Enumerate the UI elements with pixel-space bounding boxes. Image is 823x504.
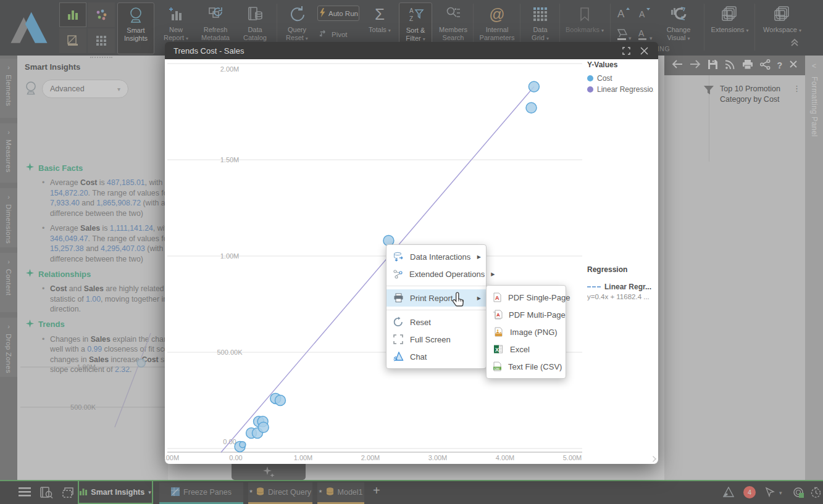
context-menu: Data Interactions ▶ Extended Operations … bbox=[386, 244, 487, 369]
svg-text:2.00M: 2.00M bbox=[220, 65, 240, 73]
legend-item-linear-regression[interactable]: Linear Regressio... bbox=[587, 85, 656, 94]
regression-title: Regression bbox=[587, 265, 656, 274]
legend-dot bbox=[587, 86, 593, 93]
menu-item-print-report[interactable]: Print Report ▶ bbox=[386, 289, 486, 307]
csv-icon: CSV bbox=[493, 361, 502, 371]
submenu-item-pdf-multi-page[interactable]: A PDF Multi-Page bbox=[487, 306, 566, 323]
regression-series-label: Linear Regr... bbox=[604, 283, 653, 291]
menu-item-label: PDF Single-Page bbox=[508, 293, 570, 302]
svg-text:0.00: 0.00 bbox=[229, 454, 242, 461]
submenu-item-pdf-single-page[interactable]: A PDF Single-Page bbox=[487, 289, 566, 306]
resize-grip[interactable] bbox=[650, 456, 656, 462]
submenu-item-text-file-csv[interactable]: CSV Text File (CSV) bbox=[487, 358, 566, 375]
menu-item-label: Text File (CSV) bbox=[508, 362, 562, 371]
submenu-item-image-png[interactable]: Image (PNG) bbox=[487, 323, 566, 341]
svg-text:A: A bbox=[496, 312, 500, 318]
close-icon[interactable] bbox=[640, 47, 648, 55]
svg-text:1.00M: 1.00M bbox=[220, 252, 240, 260]
menu-item-chat[interactable]: Chat bbox=[386, 348, 486, 365]
regression-equation: y=0.4x + 11682.4 ... bbox=[587, 293, 653, 300]
menu-item-label: PDF Multi-Page bbox=[509, 310, 566, 320]
menu-item-extended-operations[interactable]: Extended Operations ▶ bbox=[386, 265, 486, 283]
svg-text:5.00M: 5.00M bbox=[563, 454, 582, 461]
reset-icon bbox=[393, 316, 404, 328]
extended-operations-icon bbox=[393, 269, 403, 279]
dialog-title: Trends Cost - Sales bbox=[173, 46, 622, 56]
chart-legend: Y-Values Cost Linear Regressio... bbox=[587, 60, 656, 96]
svg-text:500.00K: 500.00K bbox=[217, 349, 243, 356]
submenu-arrow-icon: ▶ bbox=[491, 271, 495, 277]
svg-text:X: X bbox=[495, 347, 499, 353]
legend-title: Y-Values bbox=[587, 60, 656, 69]
print-report-icon bbox=[393, 293, 404, 303]
app-stage: Smart Insights New Report Refresh Metada… bbox=[0, 0, 823, 504]
excel-icon: X bbox=[493, 344, 504, 354]
regression-panel: Regression Linear Regr... y=0.4x + 11682… bbox=[587, 265, 656, 300]
menu-item-label: Reset bbox=[410, 318, 481, 327]
hand-cursor bbox=[451, 291, 467, 312]
svg-text:3.00M: 3.00M bbox=[428, 454, 448, 461]
fullscreen-icon[interactable] bbox=[622, 47, 630, 55]
pdf-multi-icon: A bbox=[493, 310, 503, 320]
menu-item-label: Image (PNG) bbox=[510, 328, 561, 337]
dialog-titlebar[interactable]: Trends Cost - Sales bbox=[165, 42, 658, 59]
pdf-icon: A bbox=[493, 292, 502, 302]
svg-text:1.00M: 1.00M bbox=[294, 454, 313, 461]
menu-item-label: Data Interactions bbox=[410, 252, 471, 262]
svg-text:1.50M: 1.50M bbox=[220, 156, 240, 163]
legend-dot bbox=[587, 75, 593, 81]
png-icon bbox=[493, 327, 504, 337]
menu-item-data-interactions[interactable]: Data Interactions ▶ bbox=[386, 248, 486, 265]
dashed-line-icon bbox=[587, 286, 601, 287]
menu-item-label: Excel bbox=[510, 345, 561, 354]
svg-text:CSV: CSV bbox=[495, 367, 500, 370]
print-report-submenu: A PDF Single-Page A PDF Multi-Page Image… bbox=[486, 285, 566, 379]
menu-item-label: Chat bbox=[410, 352, 481, 361]
chat-icon bbox=[393, 352, 404, 361]
submenu-arrow-icon: ▶ bbox=[477, 295, 481, 301]
svg-text:-1.00M: -1.00M bbox=[165, 454, 179, 461]
menu-item-label: Extended Operations bbox=[409, 270, 485, 279]
legend-item-cost[interactable]: Cost bbox=[587, 74, 656, 83]
menu-separator bbox=[386, 310, 486, 310]
svg-text:2.00M: 2.00M bbox=[361, 454, 380, 461]
svg-text:A: A bbox=[495, 295, 499, 301]
scatter-chart[interactable]: 2.00M1.50M1.00M500.00K0.00-1.00M0.001.00… bbox=[165, 59, 597, 464]
submenu-arrow-icon: ▶ bbox=[477, 254, 481, 260]
full-screen-icon bbox=[393, 334, 404, 344]
submenu-item-excel[interactable]: X Excel bbox=[487, 341, 566, 358]
menu-separator bbox=[386, 286, 486, 286]
menu-item-label: Full Screen bbox=[410, 335, 481, 344]
data-interactions-icon bbox=[393, 252, 404, 262]
menu-item-reset[interactable]: Reset bbox=[386, 313, 486, 331]
legend-label: Linear Regressio... bbox=[597, 85, 654, 94]
svg-text:4.00M: 4.00M bbox=[496, 454, 515, 461]
legend-label: Cost bbox=[597, 74, 654, 83]
menu-item-full-screen[interactable]: Full Screen bbox=[386, 331, 486, 348]
